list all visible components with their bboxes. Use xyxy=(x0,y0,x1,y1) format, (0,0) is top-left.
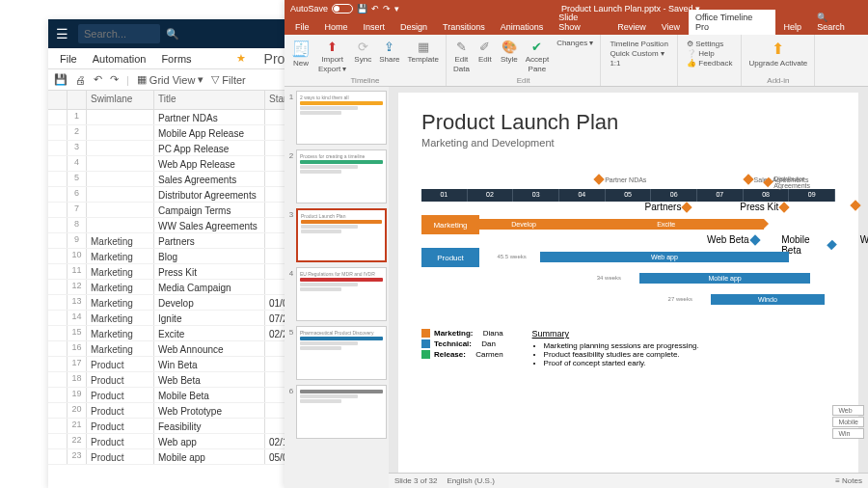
tab-animations[interactable]: Animations xyxy=(494,19,551,35)
legend: Marketing: Diana Technical: Dan Release:… xyxy=(421,329,835,367)
new-button[interactable]: 🧾New xyxy=(289,38,312,74)
thumbnail-2[interactable]: 2Process for creating a timeline xyxy=(286,149,387,203)
ribbon-group-addin: ⬆Upgrade Activate Add-in xyxy=(742,35,815,86)
tab-home[interactable]: Home xyxy=(318,19,355,35)
timeline-months: 010203040506070809 xyxy=(421,189,835,202)
save-icon[interactable]: 💾 xyxy=(54,73,68,86)
autosave-toggle[interactable]: AutoSave 💾 ↶↷▾ xyxy=(290,4,399,14)
powerpoint-window: AutoSave 💾 ↶↷▾ Product Launch Plan.pptx … xyxy=(285,0,868,488)
undo-icon[interactable]: ↶ xyxy=(94,73,102,86)
timeline: Partner NDAs Sales Agreements Distributo… xyxy=(421,176,835,310)
tab-help[interactable]: Help xyxy=(777,19,809,35)
ribbon-group-edit: ✎EditData ✐Edit 🎨Style ✔AcceptPane Chang… xyxy=(447,35,601,86)
edit-data-button[interactable]: ✎EditData xyxy=(451,38,472,74)
menu-forms[interactable]: Forms xyxy=(153,53,199,65)
thumbnail-1[interactable]: 12 ways to kind them all xyxy=(286,91,387,145)
redo-icon[interactable]: ↷ xyxy=(110,73,119,86)
tab-review[interactable]: Review xyxy=(610,19,653,35)
notes-button[interactable]: ≡ Notes xyxy=(835,476,862,485)
help-link[interactable]: ❔ Help xyxy=(687,49,732,58)
search-icon[interactable]: 🔍 xyxy=(166,28,179,41)
tab-insert[interactable]: Insert xyxy=(357,19,393,35)
accept-button[interactable]: ✔AcceptPane xyxy=(524,38,551,74)
search-tab[interactable]: 🔍 Search xyxy=(810,10,864,35)
search-input[interactable] xyxy=(78,24,160,43)
template-button[interactable]: ▦Template xyxy=(406,38,441,74)
save-icon[interactable]: 💾 xyxy=(357,4,367,14)
slide-thumbnails[interactable]: 12 ways to kind them all2Process for cre… xyxy=(285,87,389,488)
import-button[interactable]: ⬆ImportExport ▾ xyxy=(316,38,348,74)
hamburger-icon[interactable]: ☰ xyxy=(56,26,68,41)
grid-view-button[interactable]: ▦ Grid View ▾ xyxy=(137,73,203,86)
ribbon-group-help: ⚙ Settings ❔ Help 👍 Feedback xyxy=(678,35,742,86)
menu-automation[interactable]: Automation xyxy=(85,53,154,65)
menu-file[interactable]: File xyxy=(52,53,85,65)
thumbnail-6[interactable]: 6 xyxy=(286,385,387,439)
tab-slide-show[interactable]: Slide Show xyxy=(552,10,609,35)
tab-office-timeline-pro[interactable]: Office Timeline Pro xyxy=(689,10,775,35)
ribbon: 🧾New ⬆ImportExport ▾ ⟳Sync ⇪Share ▦Templ… xyxy=(285,35,868,87)
ribbon-tabs: FileHomeInsertDesignTransitionsAnimation… xyxy=(285,17,868,35)
style-button[interactable]: 🎨Style xyxy=(499,38,520,74)
slide-title: Product Launch Plan xyxy=(421,110,835,135)
settings-link[interactable]: ⚙ Settings xyxy=(687,40,732,48)
edit-timeline-button[interactable]: ✐Edit xyxy=(475,38,495,74)
ribbon-group-position: Timeline Position Quick Custom ▾ 1:1 xyxy=(601,35,678,86)
print-icon[interactable]: 🖨 xyxy=(75,74,86,86)
slide-pane: Product Launch Plan Marketing and Develo… xyxy=(389,87,868,488)
tab-file[interactable]: File xyxy=(288,19,316,35)
upgrade-button[interactable]: ⬆Upgrade Activate xyxy=(746,38,809,68)
thumbnail-5[interactable]: 5Pharmaceutical Product Discovery xyxy=(286,326,387,380)
star-icon[interactable]: ★ xyxy=(229,52,254,65)
tab-design[interactable]: Design xyxy=(393,19,434,35)
filter-button[interactable]: ▽ Filter xyxy=(211,73,245,86)
thumbnail-3[interactable]: 3Product Launch Plan xyxy=(286,208,387,262)
lane-product: Product xyxy=(421,248,479,267)
slide-canvas[interactable]: Product Launch Plan Marketing and Develo… xyxy=(398,93,858,473)
thumbnail-4[interactable]: 4EU Regulations for MDR and IVDR xyxy=(286,267,387,321)
share-button[interactable]: ⇪Share xyxy=(377,38,401,74)
slide-subtitle: Marketing and Development xyxy=(421,137,835,149)
lane-marketing: Marketing xyxy=(421,215,479,234)
tab-transitions[interactable]: Transitions xyxy=(436,19,492,35)
feedback-link[interactable]: 👍 Feedback xyxy=(687,59,732,68)
col-title[interactable]: Title xyxy=(154,91,265,109)
ribbon-group-timeline: 🧾New ⬆ImportExport ▾ ⟳Sync ⇪Share ▦Templ… xyxy=(285,35,447,86)
changes-button[interactable]: Changes ▾ xyxy=(555,38,595,74)
col-swimlane[interactable]: Swimlane xyxy=(87,91,154,109)
status-bar: Slide 3 of 32 English (U.S.) ≡ Notes xyxy=(389,473,868,488)
slide-counter: Slide 3 of 32 xyxy=(394,476,437,485)
sync-button[interactable]: ⟳Sync xyxy=(352,38,373,74)
tab-view[interactable]: View xyxy=(655,19,687,35)
